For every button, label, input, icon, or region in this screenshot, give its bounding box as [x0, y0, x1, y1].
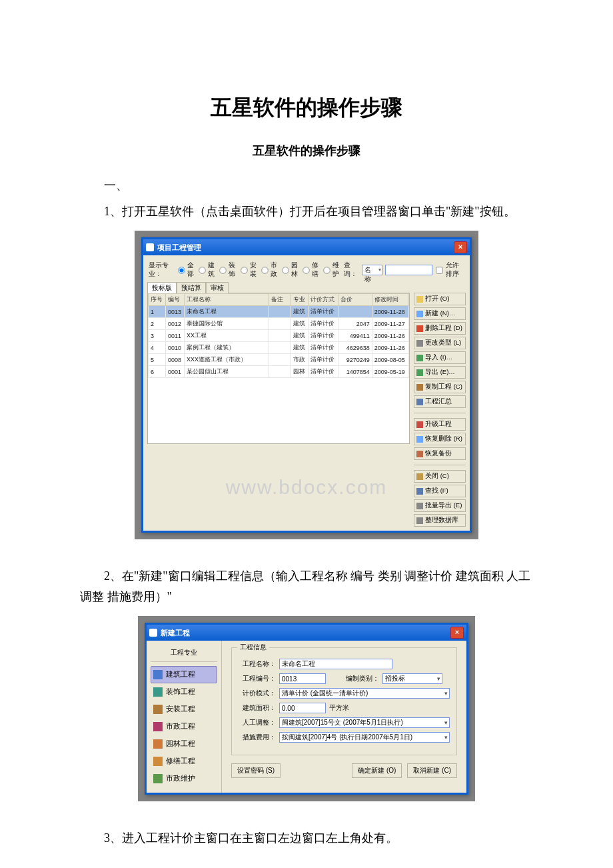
restore-backup-button[interactable]: 恢复备份: [414, 447, 466, 460]
open-button[interactable]: 打开 (O): [414, 293, 466, 305]
type-select[interactable]: 招投标: [382, 673, 442, 684]
titlebar: 项目工程管理 ×: [143, 239, 470, 255]
radio-xiushan[interactable]: 修缮: [302, 261, 320, 279]
col-date[interactable]: 修改时间: [372, 294, 408, 306]
app-icon: [146, 243, 154, 251]
form-column: 工程信息 工程名称： 工程编号： 编制类别： 招投标: [222, 641, 466, 793]
project-code-input[interactable]: [279, 673, 326, 684]
measure-select[interactable]: 按闽建筑[2007]4号 (执行日期2007年5月1日): [279, 732, 450, 743]
mode-select[interactable]: 清单计价 (全国统一清单计价): [279, 688, 450, 699]
col-name[interactable]: 工程名称: [185, 294, 269, 306]
export-icon: [416, 369, 423, 376]
step-2: 2、在"新建"窗口编辑工程信息（输入工程名称 编号 类别 调整计价 建筑面积 人…: [80, 566, 533, 607]
tab-yujiesuan[interactable]: 预结算: [177, 282, 206, 293]
restore-icon: [416, 436, 423, 443]
code-label: 工程编号：: [239, 674, 276, 683]
type-label: 编制类别：: [346, 674, 379, 683]
col-remark[interactable]: 备注: [269, 294, 291, 306]
door-icon: [416, 473, 423, 480]
list-icon: [416, 399, 423, 405]
radio-jianzhu[interactable]: 建筑: [198, 261, 216, 279]
close-icon[interactable]: ×: [450, 627, 464, 639]
section-number: 一、: [80, 175, 533, 196]
delete-button[interactable]: 删除工程 (D): [414, 322, 466, 335]
cat-weihu[interactable]: 市政维护: [151, 770, 217, 787]
step-1: 1、打开五星软件（点击桌面软件）打开后在项目管理器窗口单击"新建"按钮。: [80, 201, 533, 222]
cancel-new-button[interactable]: 取消新建 (C): [407, 763, 457, 778]
batch-icon: [416, 503, 423, 509]
radio-yuanlin[interactable]: 园林: [281, 261, 299, 279]
table-row[interactable]: 40010案例工程（建筑）建筑清单计价46296382009-11-26: [149, 342, 409, 354]
radio-shizheng[interactable]: 市政: [261, 261, 279, 279]
radio-all[interactable]: 全部: [177, 261, 195, 279]
tab-toubiao[interactable]: 投标版: [147, 282, 177, 293]
close-button[interactable]: 关闭 (C): [414, 470, 466, 483]
find-button[interactable]: 查找 (F): [414, 485, 466, 497]
name-label: 工程名称：: [239, 659, 276, 669]
tabs: 投标版 预结算 审核: [147, 281, 466, 293]
install-icon: [153, 705, 163, 714]
set-password-button[interactable]: 设置密码 (S): [231, 763, 281, 778]
summary-button[interactable]: 工程汇总: [414, 395, 466, 408]
project-manager-window: 项目工程管理 × 显示专业： 全部 建筑 装饰 安装 市政 园林 修缮 维护 查…: [141, 237, 472, 533]
window-title: 项目工程管理: [157, 243, 201, 253]
maintain-db-button[interactable]: 整理数据库: [414, 514, 466, 527]
area-unit: 平方米: [329, 703, 349, 713]
confirm-new-button[interactable]: 确定新建 (O): [352, 763, 402, 778]
export-button[interactable]: 导出 (E)…: [414, 366, 466, 379]
search-input[interactable]: [385, 265, 433, 275]
backup-icon: [416, 451, 423, 457]
col-spec[interactable]: 专业: [291, 294, 308, 306]
area-input[interactable]: [279, 703, 326, 713]
col-mode[interactable]: 计价方式: [308, 294, 338, 306]
col-seq[interactable]: 序号: [149, 294, 166, 306]
step-3: 3、进入工程计价主窗口在主窗口左边窗口左上角处有。: [80, 828, 533, 849]
table-row[interactable]: 30011XX工程建筑清单计价4994112009-11-26: [149, 330, 409, 342]
cat-anzhuang[interactable]: 安装工程: [151, 701, 217, 718]
building-icon: [153, 670, 163, 679]
new-button[interactable]: 新建 (N)…: [414, 307, 466, 320]
cat-yuanlin[interactable]: 园林工程: [151, 735, 217, 753]
doc-subtitle: 五星软件的操作步骤: [80, 143, 533, 159]
cat-xiushan[interactable]: 修缮工程: [151, 753, 217, 770]
labor-select[interactable]: 闽建筑[2007]15号文 (2007年5月1日执行): [279, 717, 450, 728]
measure-label: 措施费用：: [239, 733, 276, 742]
filter-row: 显示专业： 全部 建筑 装饰 安装 市政 园林 修缮 维护 查询： 名称 允许排…: [147, 259, 466, 283]
allow-sort-checkbox[interactable]: 允许排序: [435, 261, 464, 279]
area-label: 建筑面积：: [239, 703, 276, 713]
batch-export-button[interactable]: 批量导出 (E): [414, 499, 466, 512]
category-column: 工程专业 建筑工程 装饰工程 安装工程 市政工程 园林工程 修缮工程 市政维护: [147, 641, 222, 793]
cat-shizheng[interactable]: 市政工程: [151, 718, 217, 735]
table-row[interactable]: 20012泰捷国际公馆建筑清单计价20472009-11-27: [149, 318, 409, 330]
upgrade-button[interactable]: 升级工程: [414, 418, 466, 431]
restore-delete-button[interactable]: 恢复删除 (R): [414, 433, 466, 445]
table-row[interactable]: 60001某公园假山工程园林清单计价14078542009-05-19: [149, 366, 409, 378]
radio-weihu[interactable]: 维护: [322, 261, 340, 279]
delete-icon: [416, 325, 423, 332]
gear-icon: [416, 340, 423, 347]
project-grid[interactable]: 序号 编号 工程名称 备注 专业 计价方式 合价 修改时间 10013未命名工程…: [147, 293, 410, 444]
col-code[interactable]: 编号: [165, 294, 184, 306]
import-button[interactable]: 导入 (I)…: [414, 351, 466, 364]
modify-type-button[interactable]: 更改类型 (L): [414, 337, 466, 349]
cat-jianzhu[interactable]: 建筑工程: [151, 666, 217, 683]
project-info-group: 工程信息 工程名称： 工程编号： 编制类别： 招投标: [231, 647, 457, 755]
radio-anzhuang[interactable]: 安装: [240, 261, 258, 279]
garden-icon: [153, 739, 163, 749]
category-header: 工程专业: [151, 646, 217, 662]
copy-button[interactable]: 复制工程 (C): [414, 381, 466, 393]
table-row[interactable]: 50008XXX道路工程（市政）市政清单计价92702492009-08-05: [149, 354, 409, 366]
table-row[interactable]: 10013未命名工程建筑清单计价2009-11-28: [149, 306, 409, 318]
project-name-input[interactable]: [279, 659, 392, 669]
tab-shenhe[interactable]: 审核: [206, 282, 229, 293]
col-price[interactable]: 合价: [338, 294, 372, 306]
new-project-window: 新建工程 × 工程专业 建筑工程 装饰工程 安装工程 市政工程 园林工程 修缮工…: [145, 623, 468, 795]
cat-zhuangshi[interactable]: 装饰工程: [151, 683, 217, 701]
filter-label: 显示专业：: [149, 261, 175, 279]
close-icon[interactable]: ×: [454, 241, 467, 253]
decorate-icon: [153, 687, 163, 697]
window-title: 新建工程: [161, 628, 190, 638]
radio-zhuangshi[interactable]: 装饰: [219, 261, 237, 279]
labor-label: 人工调整：: [239, 718, 276, 727]
search-mode-select[interactable]: 名称: [362, 265, 382, 275]
